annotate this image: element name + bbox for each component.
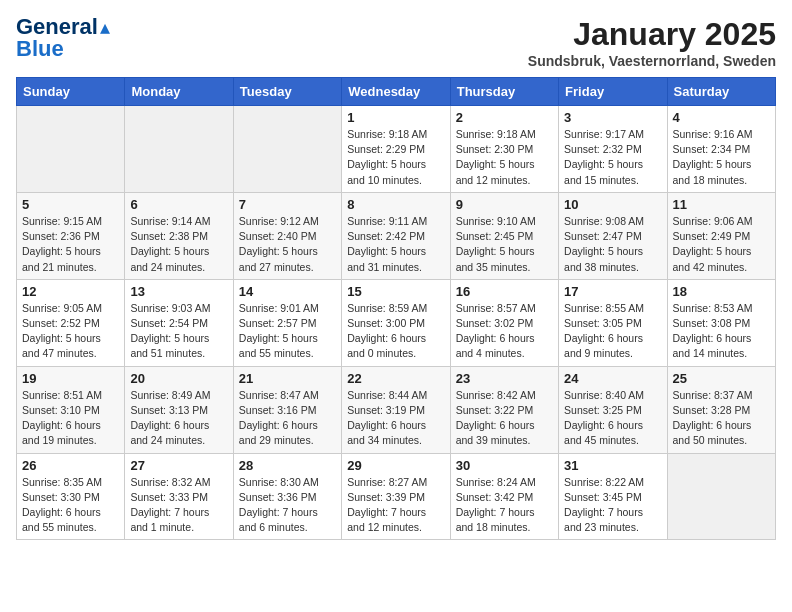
day-info: Sunrise: 8:53 AM Sunset: 3:08 PM Dayligh… (673, 301, 770, 362)
calendar-cell: 2Sunrise: 9:18 AM Sunset: 2:30 PM Daylig… (450, 106, 558, 193)
calendar-cell: 23Sunrise: 8:42 AM Sunset: 3:22 PM Dayli… (450, 366, 558, 453)
weekday-header-monday: Monday (125, 78, 233, 106)
day-number: 5 (22, 197, 119, 212)
calendar-cell (125, 106, 233, 193)
day-info: Sunrise: 8:30 AM Sunset: 3:36 PM Dayligh… (239, 475, 336, 536)
logo-text: General (16, 16, 98, 38)
calendar-cell: 13Sunrise: 9:03 AM Sunset: 2:54 PM Dayli… (125, 279, 233, 366)
calendar-cell: 21Sunrise: 8:47 AM Sunset: 3:16 PM Dayli… (233, 366, 341, 453)
calendar-cell: 27Sunrise: 8:32 AM Sunset: 3:33 PM Dayli… (125, 453, 233, 540)
weekday-header-wednesday: Wednesday (342, 78, 450, 106)
calendar-cell: 6Sunrise: 9:14 AM Sunset: 2:38 PM Daylig… (125, 192, 233, 279)
weekday-header-saturday: Saturday (667, 78, 775, 106)
day-number: 12 (22, 284, 119, 299)
day-info: Sunrise: 9:01 AM Sunset: 2:57 PM Dayligh… (239, 301, 336, 362)
day-number: 10 (564, 197, 661, 212)
day-number: 20 (130, 371, 227, 386)
day-number: 21 (239, 371, 336, 386)
calendar-cell: 8Sunrise: 9:11 AM Sunset: 2:42 PM Daylig… (342, 192, 450, 279)
calendar-cell: 9Sunrise: 9:10 AM Sunset: 2:45 PM Daylig… (450, 192, 558, 279)
day-info: Sunrise: 8:51 AM Sunset: 3:10 PM Dayligh… (22, 388, 119, 449)
day-info: Sunrise: 8:32 AM Sunset: 3:33 PM Dayligh… (130, 475, 227, 536)
day-number: 6 (130, 197, 227, 212)
day-number: 18 (673, 284, 770, 299)
calendar-cell: 1Sunrise: 9:18 AM Sunset: 2:29 PM Daylig… (342, 106, 450, 193)
day-number: 8 (347, 197, 444, 212)
day-info: Sunrise: 9:14 AM Sunset: 2:38 PM Dayligh… (130, 214, 227, 275)
day-info: Sunrise: 8:57 AM Sunset: 3:02 PM Dayligh… (456, 301, 553, 362)
calendar-cell: 7Sunrise: 9:12 AM Sunset: 2:40 PM Daylig… (233, 192, 341, 279)
weekday-header-tuesday: Tuesday (233, 78, 341, 106)
day-info: Sunrise: 9:10 AM Sunset: 2:45 PM Dayligh… (456, 214, 553, 275)
day-info: Sunrise: 9:15 AM Sunset: 2:36 PM Dayligh… (22, 214, 119, 275)
week-row-4: 19Sunrise: 8:51 AM Sunset: 3:10 PM Dayli… (17, 366, 776, 453)
week-row-5: 26Sunrise: 8:35 AM Sunset: 3:30 PM Dayli… (17, 453, 776, 540)
calendar-cell (17, 106, 125, 193)
day-info: Sunrise: 8:59 AM Sunset: 3:00 PM Dayligh… (347, 301, 444, 362)
week-row-3: 12Sunrise: 9:05 AM Sunset: 2:52 PM Dayli… (17, 279, 776, 366)
day-info: Sunrise: 9:18 AM Sunset: 2:29 PM Dayligh… (347, 127, 444, 188)
calendar-cell: 29Sunrise: 8:27 AM Sunset: 3:39 PM Dayli… (342, 453, 450, 540)
day-number: 25 (673, 371, 770, 386)
day-number: 22 (347, 371, 444, 386)
day-info: Sunrise: 8:49 AM Sunset: 3:13 PM Dayligh… (130, 388, 227, 449)
day-number: 9 (456, 197, 553, 212)
day-info: Sunrise: 9:17 AM Sunset: 2:32 PM Dayligh… (564, 127, 661, 188)
calendar-cell (233, 106, 341, 193)
day-number: 1 (347, 110, 444, 125)
day-number: 14 (239, 284, 336, 299)
calendar-cell: 26Sunrise: 8:35 AM Sunset: 3:30 PM Dayli… (17, 453, 125, 540)
calendar-cell: 4Sunrise: 9:16 AM Sunset: 2:34 PM Daylig… (667, 106, 775, 193)
day-info: Sunrise: 9:03 AM Sunset: 2:54 PM Dayligh… (130, 301, 227, 362)
day-info: Sunrise: 8:55 AM Sunset: 3:05 PM Dayligh… (564, 301, 661, 362)
calendar-cell: 11Sunrise: 9:06 AM Sunset: 2:49 PM Dayli… (667, 192, 775, 279)
day-info: Sunrise: 9:16 AM Sunset: 2:34 PM Dayligh… (673, 127, 770, 188)
day-info: Sunrise: 8:24 AM Sunset: 3:42 PM Dayligh… (456, 475, 553, 536)
calendar-cell: 3Sunrise: 9:17 AM Sunset: 2:32 PM Daylig… (559, 106, 667, 193)
weekday-header-row: SundayMondayTuesdayWednesdayThursdayFrid… (17, 78, 776, 106)
logo: General ▴ Blue (16, 16, 110, 60)
week-row-2: 5Sunrise: 9:15 AM Sunset: 2:36 PM Daylig… (17, 192, 776, 279)
calendar-cell (667, 453, 775, 540)
day-number: 16 (456, 284, 553, 299)
day-info: Sunrise: 8:27 AM Sunset: 3:39 PM Dayligh… (347, 475, 444, 536)
day-number: 15 (347, 284, 444, 299)
calendar-cell: 5Sunrise: 9:15 AM Sunset: 2:36 PM Daylig… (17, 192, 125, 279)
calendar-cell: 31Sunrise: 8:22 AM Sunset: 3:45 PM Dayli… (559, 453, 667, 540)
weekday-header-thursday: Thursday (450, 78, 558, 106)
weekday-header-sunday: Sunday (17, 78, 125, 106)
day-number: 11 (673, 197, 770, 212)
calendar-cell: 18Sunrise: 8:53 AM Sunset: 3:08 PM Dayli… (667, 279, 775, 366)
day-number: 2 (456, 110, 553, 125)
day-number: 31 (564, 458, 661, 473)
day-number: 29 (347, 458, 444, 473)
day-info: Sunrise: 8:42 AM Sunset: 3:22 PM Dayligh… (456, 388, 553, 449)
day-number: 28 (239, 458, 336, 473)
day-info: Sunrise: 9:05 AM Sunset: 2:52 PM Dayligh… (22, 301, 119, 362)
logo-blue-text: Blue (16, 38, 64, 60)
calendar-cell: 14Sunrise: 9:01 AM Sunset: 2:57 PM Dayli… (233, 279, 341, 366)
day-number: 27 (130, 458, 227, 473)
day-number: 26 (22, 458, 119, 473)
logo-bird-icon: ▴ (100, 17, 110, 37)
calendar-cell: 19Sunrise: 8:51 AM Sunset: 3:10 PM Dayli… (17, 366, 125, 453)
calendar-cell: 30Sunrise: 8:24 AM Sunset: 3:42 PM Dayli… (450, 453, 558, 540)
day-info: Sunrise: 8:22 AM Sunset: 3:45 PM Dayligh… (564, 475, 661, 536)
day-info: Sunrise: 8:40 AM Sunset: 3:25 PM Dayligh… (564, 388, 661, 449)
calendar-cell: 20Sunrise: 8:49 AM Sunset: 3:13 PM Dayli… (125, 366, 233, 453)
calendar-cell: 22Sunrise: 8:44 AM Sunset: 3:19 PM Dayli… (342, 366, 450, 453)
day-info: Sunrise: 9:11 AM Sunset: 2:42 PM Dayligh… (347, 214, 444, 275)
day-info: Sunrise: 8:37 AM Sunset: 3:28 PM Dayligh… (673, 388, 770, 449)
day-number: 3 (564, 110, 661, 125)
day-number: 17 (564, 284, 661, 299)
location-subtitle: Sundsbruk, Vaesternorrland, Sweden (528, 53, 776, 69)
day-info: Sunrise: 8:35 AM Sunset: 3:30 PM Dayligh… (22, 475, 119, 536)
day-number: 24 (564, 371, 661, 386)
calendar-cell: 10Sunrise: 9:08 AM Sunset: 2:47 PM Dayli… (559, 192, 667, 279)
calendar-cell: 25Sunrise: 8:37 AM Sunset: 3:28 PM Dayli… (667, 366, 775, 453)
day-info: Sunrise: 9:12 AM Sunset: 2:40 PM Dayligh… (239, 214, 336, 275)
day-number: 30 (456, 458, 553, 473)
calendar-cell: 24Sunrise: 8:40 AM Sunset: 3:25 PM Dayli… (559, 366, 667, 453)
day-number: 23 (456, 371, 553, 386)
day-info: Sunrise: 9:08 AM Sunset: 2:47 PM Dayligh… (564, 214, 661, 275)
